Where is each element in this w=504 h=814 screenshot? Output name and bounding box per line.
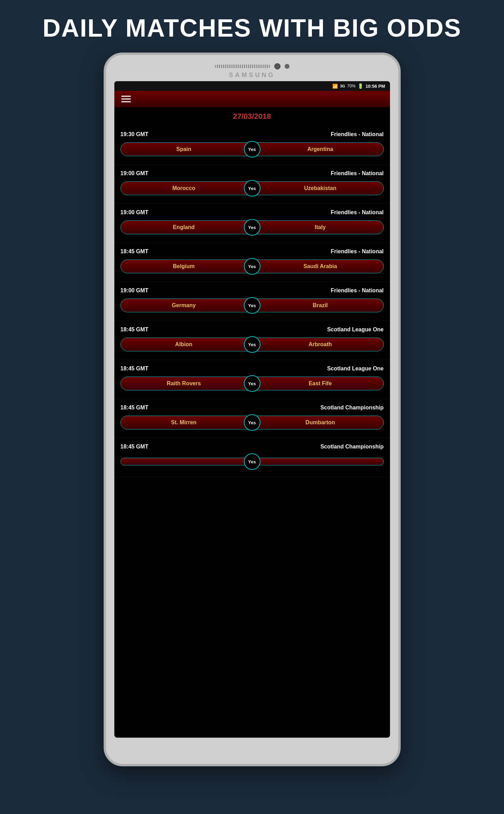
match-teams: Albion Yes Arbroath — [121, 336, 384, 353]
yes-button[interactable]: Yes — [244, 180, 260, 197]
yes-button[interactable]: Yes — [244, 297, 260, 314]
signal-indicator: 3G — [340, 84, 345, 88]
menu-button[interactable] — [121, 96, 131, 102]
match-time: 18:45 GMT — [121, 366, 149, 372]
status-icons: 📶 3G 70% 🔋 10:56 PM — [332, 83, 385, 89]
yes-button[interactable]: Yes — [244, 375, 260, 392]
status-bar: 📶 3G 70% 🔋 10:56 PM — [114, 81, 390, 91]
battery-percent: 70% — [347, 84, 355, 88]
match-block: 18:45 GMT Scotland League One Albion Yes… — [114, 321, 390, 360]
match-teams: Spain Yes Argentina — [121, 141, 384, 158]
matches-list: 19:30 GMT Friendlies - National Spain Ye… — [114, 126, 390, 477]
away-team-button[interactable]: Uzebakistan — [251, 181, 384, 195]
away-team-button[interactable]: Saudi Arabia — [251, 259, 384, 273]
match-teams: Morocco Yes Uzebakistan — [121, 180, 384, 197]
yes-button[interactable]: Yes — [244, 414, 260, 431]
battery-icon: 🔋 — [358, 83, 363, 89]
match-time: 18:45 GMT — [121, 248, 149, 255]
date-header: 27/03/2018 — [114, 107, 390, 126]
home-team-button[interactable]: Germany — [121, 299, 253, 312]
match-block: 19:00 GMT Friendlies - National England … — [114, 204, 390, 243]
yes-button[interactable]: Yes — [244, 453, 260, 470]
match-teams: Germany Yes Brazil — [121, 297, 384, 314]
match-league: Friendlies - National — [331, 170, 384, 177]
camera-dot — [274, 63, 280, 69]
match-meta: 18:45 GMT Scotland League One — [121, 326, 384, 333]
page-title: DAILY MATCHES WITH BIG ODDS — [36, 0, 468, 53]
match-teams: Belgium Yes Saudi Arabia — [121, 258, 384, 275]
match-league: Friendlies - National — [331, 287, 384, 294]
match-meta: 18:45 GMT Scotland Championship — [121, 444, 384, 450]
away-team-button[interactable]: Argentina — [251, 142, 384, 156]
match-meta: 18:45 GMT Friendlies - National — [121, 248, 384, 255]
away-team-button[interactable] — [251, 458, 384, 465]
home-team-button[interactable]: Raith Rovers — [121, 377, 253, 390]
yes-button[interactable]: Yes — [244, 141, 260, 158]
match-block: 19:00 GMT Friendlies - National Morocco … — [114, 165, 390, 204]
date-text: 27/03/2018 — [233, 112, 271, 121]
phone-container: SAMSUNG 📶 3G 70% 🔋 10:56 PM — [104, 53, 401, 778]
match-league: Scotland Championship — [320, 444, 383, 450]
home-team-button[interactable] — [121, 458, 253, 465]
match-teams: St. Mirren Yes Dumbarton — [121, 414, 384, 431]
samsung-label: SAMSUNG — [229, 72, 275, 79]
match-meta: 19:00 GMT Friendlies - National — [121, 170, 384, 177]
match-meta: 18:45 GMT Scotland Championship — [121, 405, 384, 411]
away-team-button[interactable]: Brazil — [251, 299, 384, 312]
away-team-button[interactable]: Italy — [251, 220, 384, 234]
home-team-button[interactable]: Albion — [121, 338, 253, 351]
match-teams: Yes — [121, 453, 384, 470]
match-league: Scotland Championship — [320, 405, 383, 411]
phone-top-bar — [215, 63, 289, 69]
yes-button[interactable]: Yes — [244, 336, 260, 353]
away-team-button[interactable]: Arbroath — [251, 338, 384, 351]
home-team-button[interactable]: St. Mirren — [121, 416, 253, 429]
match-time: 18:45 GMT — [121, 444, 149, 450]
match-block: 19:00 GMT Friendlies - National Germany … — [114, 282, 390, 321]
match-block: 19:30 GMT Friendlies - National Spain Ye… — [114, 126, 390, 165]
match-time: 19:00 GMT — [121, 209, 149, 216]
home-team-button[interactable]: Morocco — [121, 181, 253, 195]
yes-button[interactable]: Yes — [244, 258, 260, 275]
match-league: Scotland League One — [327, 366, 384, 372]
match-time: 18:45 GMT — [121, 326, 149, 333]
home-team-button[interactable]: Belgium — [121, 259, 253, 273]
match-time: 18:45 GMT — [121, 405, 149, 411]
phone-shell: SAMSUNG 📶 3G 70% 🔋 10:56 PM — [104, 53, 401, 766]
match-league: Friendlies - National — [331, 131, 384, 138]
match-league: Friendlies - National — [331, 209, 384, 216]
away-team-button[interactable]: Dumbarton — [251, 416, 384, 429]
match-league: Scotland League One — [327, 326, 384, 333]
yes-button[interactable]: Yes — [244, 219, 260, 236]
phone-screen: 📶 3G 70% 🔋 10:56 PM 27/03/2018 — [114, 81, 390, 738]
match-league: Friendlies - National — [331, 248, 384, 255]
match-time: 19:30 GMT — [121, 131, 149, 138]
wifi-icon: 📶 — [332, 84, 338, 89]
match-block: 18:45 GMT Scotland Championship St. Mirr… — [114, 399, 390, 438]
home-team-button[interactable]: Spain — [121, 142, 253, 156]
match-meta: 19:00 GMT Friendlies - National — [121, 287, 384, 294]
match-time: 19:00 GMT — [121, 287, 149, 294]
away-team-button[interactable]: East Fife — [251, 377, 384, 390]
match-meta: 19:30 GMT Friendlies - National — [121, 131, 384, 138]
match-time: 19:00 GMT — [121, 170, 149, 177]
speaker-grill — [215, 65, 270, 68]
match-block: 18:45 GMT Scotland League One Raith Rove… — [114, 360, 390, 399]
match-teams: England Yes Italy — [121, 219, 384, 236]
match-meta: 18:45 GMT Scotland League One — [121, 366, 384, 372]
app-header — [114, 91, 390, 107]
match-block: 18:45 GMT Friendlies - National Belgium … — [114, 243, 390, 282]
match-meta: 19:00 GMT Friendlies - National — [121, 209, 384, 216]
camera-dot2 — [285, 64, 289, 69]
home-team-button[interactable]: England — [121, 220, 253, 234]
time-display: 10:56 PM — [365, 84, 385, 89]
match-block: 18:45 GMT Scotland Championship Yes — [114, 438, 390, 477]
match-teams: Raith Rovers Yes East Fife — [121, 375, 384, 392]
